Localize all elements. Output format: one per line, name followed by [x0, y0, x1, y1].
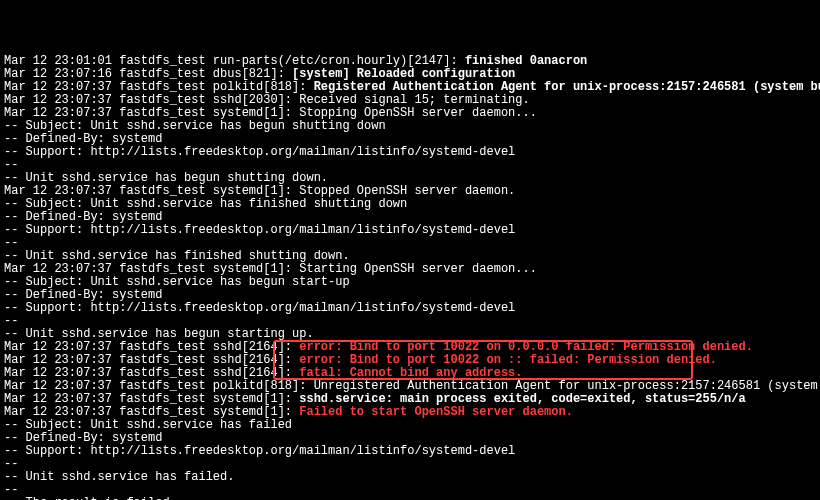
log-line: -- Unit sshd.service has failed. [4, 471, 816, 484]
log-line: -- Support: http://lists.freedesktop.org… [4, 445, 816, 458]
log-line: -- Support: http://lists.freedesktop.org… [4, 302, 816, 315]
log-line-error: Mar 12 23:07:37 fastdfs_test sshd[2164]:… [4, 367, 816, 380]
log-line: -- Support: http://lists.freedesktop.org… [4, 146, 816, 159]
log-line: -- Support: http://lists.freedesktop.org… [4, 224, 816, 237]
terminal-output[interactable]: Mar 12 23:01:01 fastdfs_test run-parts(/… [4, 55, 816, 500]
